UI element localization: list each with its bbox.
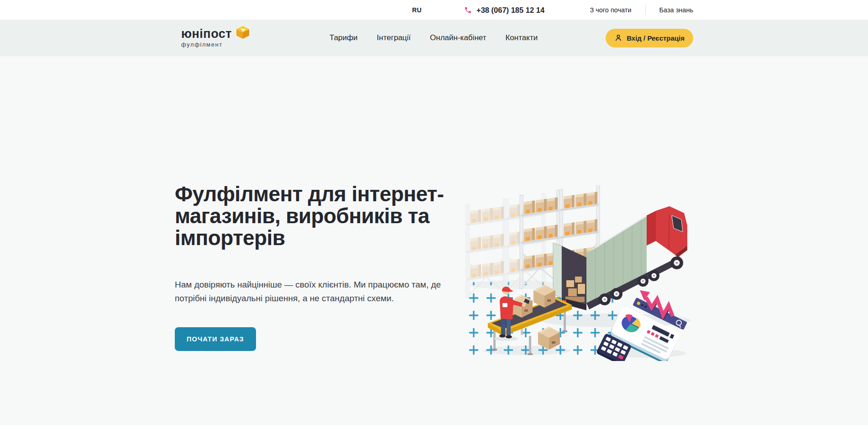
language-switcher[interactable]: RU	[412, 6, 422, 14]
hero-title: Фулфілмент для інтернет-магазинів, вироб…	[175, 183, 476, 249]
phone-link[interactable]: +38 (067) 185 12 14	[464, 5, 544, 14]
logo-subtitle: фулфілмент	[181, 41, 261, 48]
main-nav: Тарифи Інтеграції Онлайн-кабінет Контакт…	[329, 33, 538, 42]
hero-section: Фулфілмент для інтернет-магазинів, вироб…	[0, 56, 868, 425]
nav-item-online-cabinet[interactable]: Онлайн-кабінет	[430, 33, 486, 42]
phone-icon	[464, 6, 472, 14]
link-getting-started[interactable]: З чого почати	[590, 6, 631, 14]
divider	[645, 5, 646, 15]
phone-number: +38 (067) 185 12 14	[476, 5, 544, 14]
logo[interactable]: юніпост фулфілмент	[175, 28, 261, 48]
login-register-button[interactable]: Вхід / Реєстрація	[606, 29, 693, 47]
header: юніпост фулфілмент Тарифи Інтеграції Онл…	[0, 20, 868, 56]
nav-item-tariffs[interactable]: Тарифи	[329, 33, 358, 42]
delivery-truck	[553, 206, 687, 310]
hero-description: Нам довіряють найцінніше — своїх клієнті…	[175, 278, 449, 304]
user-icon	[614, 34, 622, 42]
truck-cab	[647, 206, 687, 257]
login-button-label: Вхід / Реєстрація	[627, 34, 685, 42]
nav-item-contacts[interactable]: Контакти	[505, 33, 538, 42]
hero-illustration	[465, 185, 693, 361]
logo-cube-icon	[235, 25, 251, 40]
topbar: RU +38 (067) 185 12 14 З чого почати Баз…	[0, 0, 868, 20]
link-knowledge-base[interactable]: База знань	[659, 6, 693, 14]
nav-item-integrations[interactable]: Інтеграції	[377, 33, 411, 42]
bottom-strip	[0, 425, 868, 429]
start-now-button[interactable]: ПОЧАТИ ЗАРАЗ	[175, 327, 256, 351]
topbar-links: З чого почати База знань	[590, 5, 693, 15]
